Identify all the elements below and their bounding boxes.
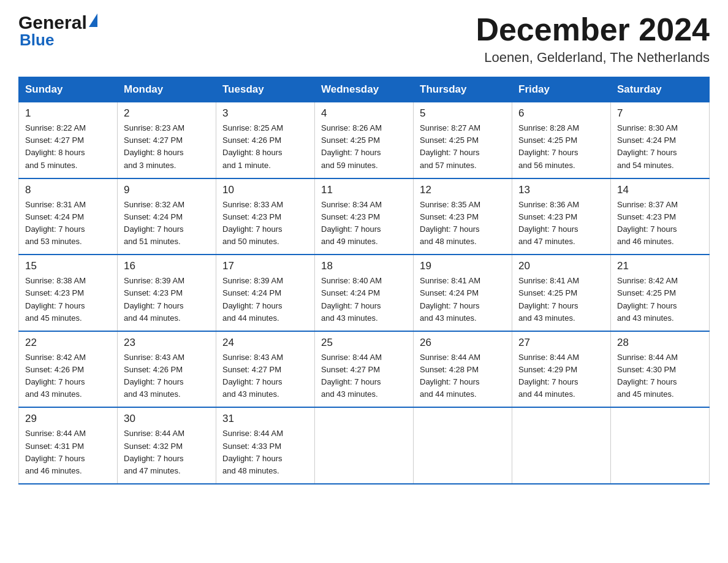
day-info: Sunrise: 8:44 AM Sunset: 4:33 PM Dayligh… <box>222 427 308 477</box>
day-info: Sunrise: 8:22 AM Sunset: 4:27 PM Dayligh… <box>25 122 111 172</box>
calendar-cell <box>414 407 512 484</box>
calendar-table: SundayMondayTuesdayWednesdayThursdayFrid… <box>18 77 710 484</box>
day-info: Sunrise: 8:40 AM Sunset: 4:24 PM Dayligh… <box>321 275 407 324</box>
calendar-week-row: 1Sunrise: 8:22 AM Sunset: 4:27 PM Daylig… <box>19 102 710 178</box>
calendar-cell: 2Sunrise: 8:23 AM Sunset: 4:27 PM Daylig… <box>118 102 216 178</box>
day-info: Sunrise: 8:44 AM Sunset: 4:30 PM Dayligh… <box>617 351 703 401</box>
day-number: 7 <box>617 107 703 120</box>
day-info: Sunrise: 8:26 AM Sunset: 4:25 PM Dayligh… <box>321 122 407 172</box>
calendar-cell: 29Sunrise: 8:44 AM Sunset: 4:31 PM Dayli… <box>19 407 118 484</box>
calendar-cell: 10Sunrise: 8:33 AM Sunset: 4:23 PM Dayli… <box>216 178 315 255</box>
day-number: 9 <box>124 184 210 196</box>
calendar-cell <box>512 407 611 484</box>
calendar-cell: 30Sunrise: 8:44 AM Sunset: 4:32 PM Dayli… <box>118 407 216 484</box>
day-info: Sunrise: 8:42 AM Sunset: 4:25 PM Dayligh… <box>617 275 703 324</box>
weekday-header-saturday: Saturday <box>611 77 710 102</box>
day-number: 21 <box>617 260 703 272</box>
calendar-cell: 11Sunrise: 8:34 AM Sunset: 4:23 PM Dayli… <box>315 178 414 255</box>
day-number: 27 <box>518 337 604 349</box>
calendar-cell: 14Sunrise: 8:37 AM Sunset: 4:23 PM Dayli… <box>611 178 710 255</box>
weekday-header-monday: Monday <box>118 77 216 102</box>
month-year-title: December 2024 <box>476 12 710 47</box>
day-number: 24 <box>222 337 308 349</box>
calendar-cell <box>315 407 414 484</box>
day-number: 5 <box>420 107 506 120</box>
day-info: Sunrise: 8:38 AM Sunset: 4:23 PM Dayligh… <box>25 275 111 324</box>
day-info: Sunrise: 8:44 AM Sunset: 4:29 PM Dayligh… <box>518 351 604 401</box>
day-info: Sunrise: 8:43 AM Sunset: 4:27 PM Dayligh… <box>222 351 308 401</box>
day-info: Sunrise: 8:27 AM Sunset: 4:25 PM Dayligh… <box>420 122 506 172</box>
day-number: 22 <box>25 337 111 349</box>
day-info: Sunrise: 8:39 AM Sunset: 4:24 PM Dayligh… <box>222 275 308 324</box>
calendar-week-row: 8Sunrise: 8:31 AM Sunset: 4:24 PM Daylig… <box>19 178 710 255</box>
day-info: Sunrise: 8:28 AM Sunset: 4:25 PM Dayligh… <box>518 122 604 172</box>
day-number: 8 <box>25 184 111 196</box>
calendar-week-row: 15Sunrise: 8:38 AM Sunset: 4:23 PM Dayli… <box>19 255 710 331</box>
day-number: 11 <box>321 184 407 196</box>
day-number: 1 <box>25 107 111 120</box>
calendar-cell: 15Sunrise: 8:38 AM Sunset: 4:23 PM Dayli… <box>19 255 118 331</box>
calendar-cell: 26Sunrise: 8:44 AM Sunset: 4:28 PM Dayli… <box>414 331 512 408</box>
calendar-cell: 6Sunrise: 8:28 AM Sunset: 4:25 PM Daylig… <box>512 102 611 178</box>
day-number: 30 <box>124 413 210 425</box>
calendar-body: 1Sunrise: 8:22 AM Sunset: 4:27 PM Daylig… <box>19 102 710 484</box>
day-number: 10 <box>222 184 308 196</box>
day-info: Sunrise: 8:44 AM Sunset: 4:27 PM Dayligh… <box>321 351 407 401</box>
calendar-cell <box>611 407 710 484</box>
calendar-cell: 20Sunrise: 8:41 AM Sunset: 4:25 PM Dayli… <box>512 255 611 331</box>
calendar-week-row: 22Sunrise: 8:42 AM Sunset: 4:26 PM Dayli… <box>19 331 710 408</box>
weekday-header-sunday: Sunday <box>19 77 118 102</box>
calendar-cell: 13Sunrise: 8:36 AM Sunset: 4:23 PM Dayli… <box>512 178 611 255</box>
calendar-cell: 7Sunrise: 8:30 AM Sunset: 4:24 PM Daylig… <box>611 102 710 178</box>
calendar-cell: 18Sunrise: 8:40 AM Sunset: 4:24 PM Dayli… <box>315 255 414 331</box>
calendar-cell: 28Sunrise: 8:44 AM Sunset: 4:30 PM Dayli… <box>611 331 710 408</box>
day-info: Sunrise: 8:32 AM Sunset: 4:24 PM Dayligh… <box>124 199 210 248</box>
calendar-cell: 17Sunrise: 8:39 AM Sunset: 4:24 PM Dayli… <box>216 255 315 331</box>
page-header: General Blue December 2024 Loenen, Gelde… <box>18 12 710 66</box>
calendar-cell: 21Sunrise: 8:42 AM Sunset: 4:25 PM Dayli… <box>611 255 710 331</box>
day-number: 28 <box>617 337 703 349</box>
day-info: Sunrise: 8:36 AM Sunset: 4:23 PM Dayligh… <box>518 199 604 248</box>
day-number: 2 <box>124 107 210 120</box>
day-info: Sunrise: 8:44 AM Sunset: 4:28 PM Dayligh… <box>420 351 506 401</box>
day-number: 6 <box>518 107 604 120</box>
calendar-cell: 1Sunrise: 8:22 AM Sunset: 4:27 PM Daylig… <box>19 102 118 178</box>
day-number: 4 <box>321 107 407 120</box>
calendar-cell: 5Sunrise: 8:27 AM Sunset: 4:25 PM Daylig… <box>414 102 512 178</box>
calendar-header: SundayMondayTuesdayWednesdayThursdayFrid… <box>19 77 710 102</box>
calendar-cell: 16Sunrise: 8:39 AM Sunset: 4:23 PM Dayli… <box>118 255 216 331</box>
weekday-header-friday: Friday <box>512 77 611 102</box>
day-info: Sunrise: 8:44 AM Sunset: 4:31 PM Dayligh… <box>25 427 111 477</box>
calendar-cell: 23Sunrise: 8:43 AM Sunset: 4:26 PM Dayli… <box>118 331 216 408</box>
day-number: 20 <box>518 260 604 272</box>
weekday-header-tuesday: Tuesday <box>216 77 315 102</box>
calendar-cell: 27Sunrise: 8:44 AM Sunset: 4:29 PM Dayli… <box>512 331 611 408</box>
weekday-header-wednesday: Wednesday <box>315 77 414 102</box>
day-number: 17 <box>222 260 308 272</box>
weekday-header-thursday: Thursday <box>414 77 512 102</box>
day-info: Sunrise: 8:25 AM Sunset: 4:26 PM Dayligh… <box>222 122 308 172</box>
calendar-cell: 19Sunrise: 8:41 AM Sunset: 4:24 PM Dayli… <box>414 255 512 331</box>
day-info: Sunrise: 8:31 AM Sunset: 4:24 PM Dayligh… <box>25 199 111 248</box>
day-info: Sunrise: 8:41 AM Sunset: 4:25 PM Dayligh… <box>518 275 604 324</box>
day-number: 31 <box>222 413 308 425</box>
day-number: 14 <box>617 184 703 196</box>
day-info: Sunrise: 8:30 AM Sunset: 4:24 PM Dayligh… <box>617 122 703 172</box>
calendar-cell: 8Sunrise: 8:31 AM Sunset: 4:24 PM Daylig… <box>19 178 118 255</box>
logo: General Blue <box>18 12 97 50</box>
day-number: 13 <box>518 184 604 196</box>
calendar-cell: 22Sunrise: 8:42 AM Sunset: 4:26 PM Dayli… <box>19 331 118 408</box>
day-number: 3 <box>222 107 308 120</box>
calendar-cell: 24Sunrise: 8:43 AM Sunset: 4:27 PM Dayli… <box>216 331 315 408</box>
weekday-header-row: SundayMondayTuesdayWednesdayThursdayFrid… <box>19 77 710 102</box>
day-number: 15 <box>25 260 111 272</box>
day-info: Sunrise: 8:41 AM Sunset: 4:24 PM Dayligh… <box>420 275 506 324</box>
calendar-week-row: 29Sunrise: 8:44 AM Sunset: 4:31 PM Dayli… <box>19 407 710 484</box>
day-info: Sunrise: 8:43 AM Sunset: 4:26 PM Dayligh… <box>124 351 210 401</box>
logo-triangle-icon <box>89 13 97 27</box>
day-number: 26 <box>420 337 506 349</box>
calendar-cell: 9Sunrise: 8:32 AM Sunset: 4:24 PM Daylig… <box>118 178 216 255</box>
day-number: 29 <box>25 413 111 425</box>
day-info: Sunrise: 8:35 AM Sunset: 4:23 PM Dayligh… <box>420 199 506 248</box>
day-info: Sunrise: 8:34 AM Sunset: 4:23 PM Dayligh… <box>321 199 407 248</box>
